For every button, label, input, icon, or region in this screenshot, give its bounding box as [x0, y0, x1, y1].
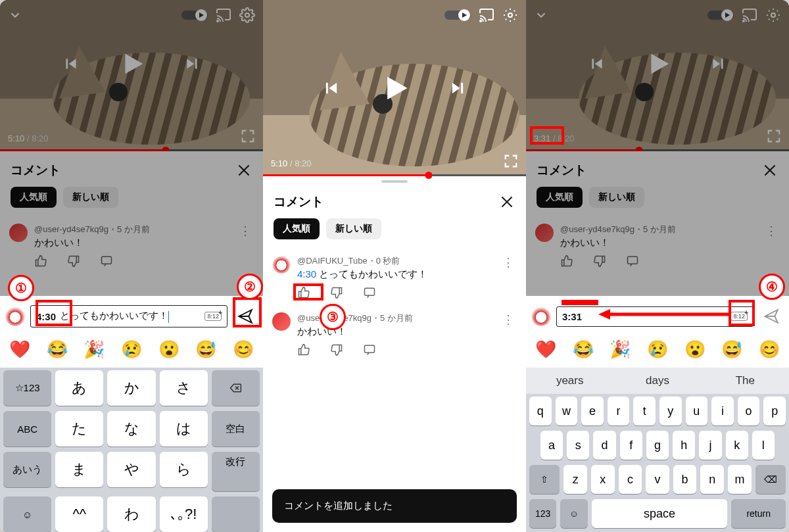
dislike-icon[interactable] [593, 254, 606, 268]
cast-icon[interactable] [479, 7, 494, 23]
predict-word[interactable]: The [702, 368, 789, 394]
key-num[interactable]: ☆123 [3, 370, 51, 406]
emoji-smile[interactable]: 😊 [233, 339, 254, 360]
sort-popular-chip[interactable]: 人気順 [537, 187, 583, 208]
play-icon[interactable] [377, 71, 412, 105]
predict-word[interactable]: days [613, 368, 701, 394]
emoji-cry[interactable]: 😢 [647, 339, 668, 360]
sort-popular-chip[interactable]: 人気順 [11, 187, 57, 208]
key[interactable]: m [728, 465, 752, 494]
video-player[interactable]: 5:10 / 8:20 [263, 0, 526, 176]
next-icon[interactable] [448, 79, 467, 97]
emoji-joy[interactable]: 😂 [573, 339, 594, 360]
emoji-cry[interactable]: 😢 [121, 339, 142, 360]
key-kana[interactable]: あいう [3, 452, 51, 487]
timestamp-button[interactable]: 8:12+ [204, 312, 222, 321]
key[interactable]: a [540, 431, 563, 460]
next-icon[interactable] [709, 55, 727, 72]
key-emoji[interactable]: ☺ [560, 499, 587, 528]
key[interactable]: h [673, 431, 695, 460]
key[interactable]: ら [160, 452, 208, 487]
comment-menu-icon[interactable]: ⋮ [237, 224, 254, 268]
collapse-icon[interactable] [8, 8, 22, 22]
key[interactable]: c [619, 465, 642, 494]
prev-icon[interactable] [322, 79, 341, 97]
key-return[interactable]: return [731, 499, 786, 528]
avatar[interactable] [9, 224, 28, 242]
key[interactable]: l [752, 431, 775, 460]
key[interactable]: さ [160, 370, 208, 406]
emoji-tada[interactable]: 🎉 [610, 339, 631, 360]
comment-menu-icon[interactable]: ⋮ [763, 224, 780, 268]
emoji-sweat[interactable]: 😅 [195, 339, 216, 360]
sort-newest-chip[interactable]: 新しい順 [63, 187, 118, 208]
sort-popular-chip[interactable]: 人気順 [274, 218, 320, 239]
key-return[interactable]: 改行 [212, 452, 260, 491]
collapse-icon[interactable] [534, 8, 548, 22]
my-avatar[interactable] [531, 306, 551, 326]
emoji-tada[interactable]: 🎉 [84, 339, 105, 360]
key[interactable]: r [608, 397, 630, 425]
key[interactable]: g [646, 431, 669, 460]
key[interactable]: ま [55, 452, 103, 487]
like-icon[interactable] [297, 343, 310, 356]
settings-icon[interactable] [765, 7, 781, 23]
settings-icon[interactable] [502, 7, 518, 23]
key[interactable]: な [107, 411, 155, 447]
key[interactable]: v [646, 465, 669, 494]
key-space[interactable]: 空白 [212, 411, 260, 447]
key-shift[interactable]: ⇧ [529, 465, 560, 494]
key[interactable]: あ [55, 370, 103, 406]
key[interactable]: k [726, 431, 748, 460]
video-player[interactable]: 3:31 / 8:20 [526, 0, 789, 151]
key[interactable]: i [711, 397, 734, 425]
progress-bar[interactable] [263, 174, 526, 176]
emoji-heart[interactable]: ❤️ [9, 339, 30, 360]
key-123[interactable]: 123 [529, 499, 556, 528]
like-icon[interactable] [560, 254, 573, 268]
sort-newest-chip[interactable]: 新しい順 [326, 218, 381, 239]
avatar[interactable] [535, 224, 554, 242]
key[interactable]: n [700, 465, 724, 494]
emoji-surprise[interactable]: 😮 [684, 339, 705, 360]
key[interactable]: s [567, 431, 589, 460]
emoji-row[interactable]: ❤️ 😂 🎉 😢 😮 😅 😊 [526, 331, 789, 368]
key[interactable]: f [620, 431, 642, 460]
key[interactable]: y [659, 397, 682, 425]
close-icon[interactable] [235, 162, 252, 179]
key[interactable]: た [55, 411, 103, 447]
fullscreen-icon[interactable] [241, 129, 255, 143]
predictive-row[interactable]: years days The [526, 368, 789, 394]
key[interactable]: e [581, 397, 604, 425]
key-abc[interactable]: ABC [3, 411, 51, 447]
emoji-smile[interactable]: 😊 [759, 339, 780, 360]
prev-icon[interactable] [62, 55, 80, 72]
key[interactable]: b [673, 465, 697, 494]
next-icon[interactable] [183, 55, 201, 72]
predict-word[interactable]: years [526, 368, 613, 394]
send-button[interactable] [759, 304, 784, 329]
autoplay-toggle[interactable] [444, 9, 471, 22]
key[interactable]: u [686, 397, 708, 425]
emoji-joy[interactable]: 😂 [47, 339, 68, 360]
reply-icon[interactable] [363, 286, 376, 299]
key[interactable]: w [556, 397, 578, 425]
key-space[interactable]: space [592, 499, 728, 528]
reply-icon[interactable] [626, 254, 639, 268]
video-player[interactable]: 5:10 / 8:20 [0, 0, 263, 151]
cast-icon[interactable] [742, 7, 757, 23]
keyboard-english[interactable]: years days The qwertyuiop asdfghjkl ⇧ zx… [526, 368, 789, 532]
like-icon[interactable] [34, 254, 47, 268]
play-icon[interactable] [642, 49, 673, 79]
emoji-sweat[interactable]: 😅 [721, 339, 742, 360]
reply-icon[interactable] [363, 343, 376, 356]
key-emoji[interactable]: ☺ [3, 496, 51, 532]
key[interactable]: や [107, 452, 155, 487]
comment-menu-icon[interactable]: ⋮ [500, 255, 517, 299]
key[interactable]: は [160, 411, 208, 447]
my-avatar[interactable] [5, 306, 25, 326]
emoji-row[interactable]: ❤️ 😂 🎉 😢 😮 😅 😊 [0, 331, 263, 368]
key[interactable]: x [591, 465, 615, 494]
close-icon[interactable] [761, 162, 778, 179]
autoplay-toggle[interactable] [707, 9, 734, 22]
